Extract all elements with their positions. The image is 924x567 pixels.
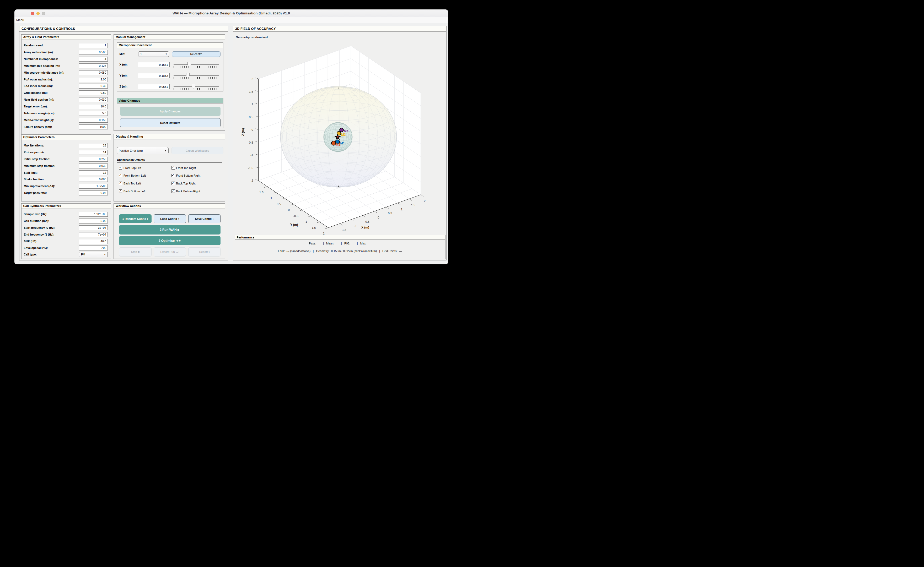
recentre-button[interactable]: Re-centre: [172, 51, 221, 57]
param-value-field[interactable]: 7e+04: [79, 232, 108, 237]
param-row: Max iterations:25: [21, 143, 111, 148]
mic-select-dropdown[interactable]: 1 ▼: [138, 51, 169, 57]
param-value-field[interactable]: 0.030: [79, 164, 108, 168]
param-label: Tolerance margin (cm):: [24, 111, 56, 116]
param-label: Initial step fraction:: [24, 157, 50, 162]
checkbox[interactable]: ✓: [119, 189, 122, 193]
param-value-field[interactable]: 0.30: [79, 84, 108, 88]
checkmark-icon: ✓: [119, 166, 122, 169]
export-run-button[interactable]: Export Run →]: [154, 248, 186, 256]
param-value-field[interactable]: 40.0: [79, 239, 108, 244]
axis-row-y: Y (m):-0.1832: [117, 73, 223, 79]
param-value-field[interactable]: 0.125: [79, 63, 108, 68]
param-value-field[interactable]: 3e+04: [79, 225, 108, 230]
run-wah-button[interactable]: 2 Run WAH ▶: [119, 225, 220, 234]
checkbox[interactable]: ✓: [171, 182, 175, 185]
param-label: FoA outer radius (m):: [24, 77, 53, 82]
param-value-field[interactable]: 0.500: [79, 50, 108, 55]
param-value-field[interactable]: 1: [79, 43, 108, 48]
microphone-placement-panel: Microphone Placement Mic: 1 ▼ Re-centre …: [117, 42, 223, 92]
axis-value-field[interactable]: -0.1832: [138, 73, 170, 78]
field-of-accuracy-panel: 3D FIELD OF ACCURACY Geometry randomised…: [233, 26, 446, 261]
outer-sphere-bottom-pole-dot: [338, 186, 339, 187]
title-bar[interactable]: WAH-i — Microphone Array Design & Optimi…: [14, 9, 448, 17]
3d-plot[interactable]: 21.510.50-0.5-1-1.5-21.510.50-0.5-1-1.5-…: [233, 42, 447, 237]
param-value-field[interactable]: 2.00: [79, 77, 108, 82]
axis-value-field[interactable]: -0.1561: [138, 62, 170, 68]
call-type-dropdown[interactable]: FM ▼: [79, 252, 108, 257]
apply-changes-button[interactable]: Apply Changes: [120, 106, 221, 116]
param-value-field[interactable]: 0.080: [79, 70, 108, 75]
param-value-field[interactable]: 0.150: [79, 118, 108, 123]
param-label: End frequency f1 (Hz):: [24, 232, 54, 237]
save-config-button[interactable]: Save Config ↓: [188, 214, 220, 223]
plot-text: 2: [424, 200, 425, 202]
param-label: Sample rate (Hz):: [24, 212, 48, 217]
param-label: Shake fraction:: [24, 177, 45, 182]
param-value-field[interactable]: 1.0e-06: [79, 184, 108, 189]
param-value-field[interactable]: 0.080: [79, 177, 108, 182]
param-value-field[interactable]: 25: [79, 143, 108, 148]
checkbox[interactable]: ✓: [171, 166, 175, 170]
param-value-field[interactable]: 200: [79, 246, 108, 250]
axis-slider[interactable]: [174, 62, 219, 68]
display-handling-panel: Display & Handling Position Error (cm) ▼…: [114, 134, 225, 202]
param-value-field[interactable]: 0.250: [79, 157, 108, 162]
param-row: FoA outer radius (m):2.00: [21, 77, 111, 82]
axis-value-field[interactable]: -0.0551: [138, 84, 170, 89]
checkbox[interactable]: ✓: [171, 174, 175, 177]
slider-track[interactable]: [174, 64, 219, 65]
param-value-field[interactable]: 5.0: [79, 111, 108, 116]
checkbox[interactable]: ✓: [119, 182, 122, 185]
manual-management-panel: Manual Management Microphone Placement M…: [114, 34, 225, 131]
plot-line: [255, 78, 258, 79]
workflow-actions-panel: Workflow Actions 1 Random Config ♯ Load …: [114, 203, 225, 259]
param-value-field[interactable]: 4: [79, 57, 108, 62]
param-value-field[interactable]: 0.95: [79, 190, 108, 195]
slider-track[interactable]: [174, 75, 219, 76]
param-value-field[interactable]: 10.0: [79, 104, 108, 109]
param-label: Target pass rate:: [24, 190, 47, 195]
geometry-status: Geometry randomised: [236, 36, 268, 39]
octant-label: Back Top Right: [176, 182, 195, 185]
slider-track[interactable]: [174, 86, 219, 87]
z-axis-label: Z (m): [241, 128, 245, 136]
checkbox[interactable]: ✓: [119, 174, 122, 177]
random-config-button[interactable]: 1 Random Config ♯: [119, 214, 152, 223]
param-label: SNR (dB):: [24, 239, 38, 244]
param-row: End frequency f1 (Hz):7e+04: [21, 232, 111, 237]
stop-button[interactable]: Stop ■: [119, 248, 152, 256]
param-value-field[interactable]: 12: [79, 170, 108, 175]
param-value-field[interactable]: 1000: [79, 124, 108, 129]
param-value-field[interactable]: 0.50: [79, 90, 108, 95]
param-row: Minimum step fraction:0.030: [21, 164, 111, 168]
menu-item-menu[interactable]: Menu: [14, 17, 24, 22]
optimise-button[interactable]: 3 Optimise ⇒★: [119, 236, 220, 245]
param-label: Near-field epsilon (m):: [24, 97, 54, 102]
param-label: Grid spacing (m):: [24, 90, 48, 95]
plot-line: [374, 211, 377, 213]
param-value-field[interactable]: 1.92e+05: [79, 212, 108, 217]
reset-defaults-button[interactable]: Reset Defaults: [120, 118, 221, 128]
plot-line: [264, 186, 267, 188]
checkbox[interactable]: ✓: [171, 189, 175, 193]
export-workspace-button[interactable]: Export Workspace: [171, 147, 223, 154]
param-row: Shake fraction:0.080: [21, 177, 111, 182]
axis-slider[interactable]: [174, 84, 219, 90]
performance-panel: Performance Pass: --- | Mean: --- | P95:…: [235, 235, 445, 259]
report-button[interactable]: Report ℹ: [188, 248, 220, 256]
param-value-field[interactable]: 5.00: [79, 219, 108, 224]
workflow-actions-title: Workflow Actions: [114, 204, 225, 209]
load-config-button[interactable]: Load Config ↑: [154, 214, 186, 223]
checkbox[interactable]: ✓: [119, 166, 122, 170]
checkmark-icon: ✓: [172, 173, 174, 177]
plot-text: 1.5: [411, 204, 415, 207]
call-type-row: Call type: FM ▼: [21, 252, 111, 257]
display-metric-dropdown[interactable]: Position Error (cm) ▼: [117, 147, 168, 154]
plot-text: 0: [251, 128, 253, 131]
axis-slider[interactable]: [174, 73, 219, 79]
param-row: Call duration (ms):5.00: [21, 219, 111, 224]
param-value-field[interactable]: 14: [79, 150, 108, 155]
param-value-field[interactable]: 0.030: [79, 97, 108, 102]
octants-divider: [117, 162, 222, 163]
